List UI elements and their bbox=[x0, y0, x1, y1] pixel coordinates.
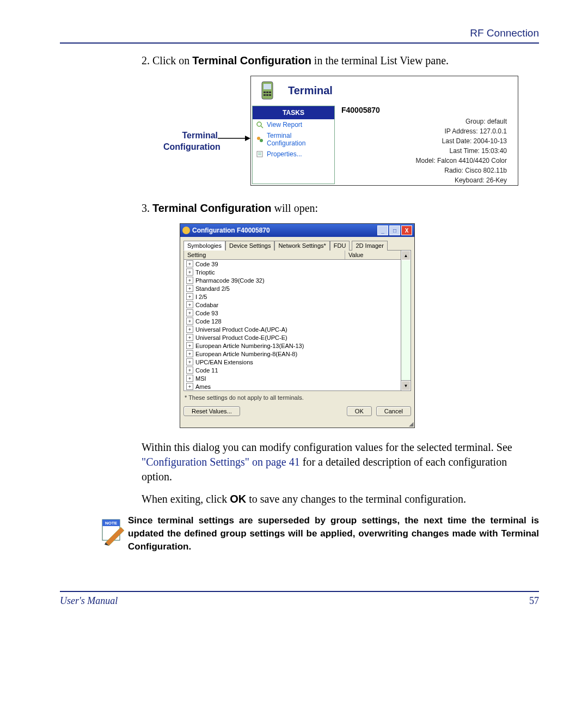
para1-pre: Within this dialog you can modify config… bbox=[142, 441, 512, 453]
expand-icon[interactable]: + bbox=[186, 367, 193, 374]
scroll-down-button[interactable]: ▼ bbox=[401, 381, 411, 390]
expand-icon[interactable]: + bbox=[186, 350, 193, 357]
terminal-device-icon bbox=[258, 81, 277, 100]
header-rule bbox=[60, 42, 539, 44]
info-time: Last Time: 15:03:40 bbox=[341, 146, 507, 156]
vertical-scrollbar[interactable]: ▲ ▼ bbox=[401, 251, 411, 390]
para2-pre: When exiting, click bbox=[142, 493, 230, 505]
expand-icon[interactable]: + bbox=[186, 285, 193, 292]
tree-label: Ames bbox=[195, 383, 211, 390]
expand-icon[interactable]: + bbox=[186, 293, 193, 300]
expand-icon[interactable]: + bbox=[186, 326, 193, 333]
expand-icon[interactable]: + bbox=[186, 309, 193, 316]
tab-network-settings[interactable]: Network Settings* bbox=[274, 241, 329, 251]
dialog-footnote: * These settings do not apply to all ter… bbox=[183, 391, 411, 405]
link-config-settings[interactable]: "Configuration Settings" on page 41 bbox=[142, 456, 300, 468]
expand-icon[interactable]: + bbox=[186, 301, 193, 308]
expand-icon[interactable]: + bbox=[186, 375, 193, 382]
tree-row[interactable]: +Code 11 bbox=[184, 366, 401, 374]
expand-icon[interactable]: + bbox=[186, 318, 193, 325]
svg-rect-6 bbox=[269, 91, 271, 93]
svg-rect-8 bbox=[266, 94, 268, 96]
tree-row[interactable]: +Code 128 bbox=[184, 317, 401, 325]
svg-rect-14 bbox=[257, 151, 262, 157]
info-keyboard: Keyboard: 26-Key bbox=[341, 175, 507, 185]
svg-rect-9 bbox=[269, 94, 271, 96]
settings-tree: Setting Value +Code 39+Trioptic+Pharmaco… bbox=[183, 251, 411, 391]
scroll-up-button[interactable]: ▲ bbox=[401, 251, 411, 260]
close-button[interactable]: X bbox=[401, 225, 412, 235]
page-footer: User's Manual 57 bbox=[60, 591, 539, 607]
tree-row[interactable]: +Trioptic bbox=[184, 268, 401, 276]
task-terminal-configuration[interactable]: Terminal Configuration bbox=[253, 130, 334, 149]
tree-row[interactable]: +I 2/5 bbox=[184, 292, 401, 301]
svg-marker-1 bbox=[245, 136, 250, 141]
tree-label: Standard 2/5 bbox=[195, 285, 230, 292]
tree-label: Trioptic bbox=[195, 269, 215, 276]
task-label: View Report bbox=[267, 121, 302, 129]
dialog-tabs: Symbologies Device Settings Network Sett… bbox=[183, 240, 411, 251]
tree-label: UPC/EAN Extensions bbox=[195, 359, 253, 365]
svg-rect-7 bbox=[264, 94, 266, 96]
tree-row[interactable]: +Codabar bbox=[184, 301, 401, 309]
step-2: 2. Click on Terminal Configuration in th… bbox=[142, 53, 539, 68]
dialog-title-text: Configuration F40005870 bbox=[192, 227, 270, 234]
note-block: NOTE Since terminal settings are superse… bbox=[98, 514, 539, 553]
ok-button[interactable]: OK bbox=[347, 406, 372, 416]
callout-label: Terminal Configuration bbox=[163, 76, 218, 186]
tree-row[interactable]: +Universal Product Code-E(UPC-E) bbox=[184, 333, 401, 341]
terminal-header: Terminal bbox=[251, 76, 518, 105]
tree-row[interactable]: +European Article Numbering-8(EAN-8) bbox=[184, 350, 401, 358]
tree-row[interactable]: +Pharmacode 39(Code 32) bbox=[184, 276, 401, 284]
note-text: Since terminal settings are superseded b… bbox=[128, 514, 539, 553]
tree-row[interactable]: +Ames bbox=[184, 382, 401, 390]
tree-row[interactable]: +Code 93 bbox=[184, 309, 401, 317]
report-icon bbox=[256, 121, 264, 129]
task-view-report[interactable]: View Report bbox=[253, 119, 334, 130]
cancel-button[interactable]: Cancel bbox=[376, 406, 411, 416]
tab-device-settings[interactable]: Device Settings bbox=[225, 241, 274, 251]
info-date: Last Date: 2004-10-13 bbox=[341, 136, 507, 146]
expand-icon[interactable]: + bbox=[186, 358, 193, 365]
svg-line-11 bbox=[261, 126, 263, 128]
tab-fdu[interactable]: FDU bbox=[330, 241, 350, 251]
tree-row[interactable]: +Standard 2/5 bbox=[184, 284, 401, 292]
minimize-button[interactable]: _ bbox=[377, 225, 388, 235]
callout-arrow bbox=[218, 76, 250, 186]
info-group: Group: default bbox=[341, 117, 507, 126]
reset-values-button[interactable]: Reset Values... bbox=[183, 406, 240, 416]
column-value[interactable]: Value bbox=[345, 251, 401, 259]
terminal-id: F40005870 bbox=[341, 105, 512, 117]
expand-icon[interactable]: + bbox=[186, 277, 193, 284]
tree-label: Code 11 bbox=[195, 367, 218, 374]
tree-row[interactable]: +Universal Product Code-A(UPC-A) bbox=[184, 325, 401, 333]
tree-label: MSI bbox=[195, 375, 206, 382]
header-title: RF Connection bbox=[60, 27, 539, 39]
maximize-button[interactable]: □ bbox=[389, 225, 400, 235]
expand-icon[interactable]: + bbox=[186, 342, 193, 349]
tab-symbologies[interactable]: Symbologies bbox=[183, 241, 225, 251]
figure-tasks-pane: Terminal Configuration Terminal TASKS Vi… bbox=[163, 76, 539, 186]
tree-label: Code 39 bbox=[195, 261, 218, 267]
tree-label: European Article Numbering-13(EAN-13) bbox=[195, 343, 304, 349]
tree-row[interactable]: +UPC/EAN Extensions bbox=[184, 358, 401, 366]
terminal-pane: Terminal TASKS View Report Terminal Conf… bbox=[250, 76, 518, 186]
expand-icon[interactable]: + bbox=[186, 260, 193, 267]
svg-rect-5 bbox=[266, 91, 268, 93]
column-setting[interactable]: Setting bbox=[184, 251, 345, 259]
expand-icon[interactable]: + bbox=[186, 383, 193, 390]
svg-point-13 bbox=[260, 139, 263, 142]
expand-icon[interactable]: + bbox=[186, 268, 193, 276]
task-properties[interactable]: Properties... bbox=[253, 149, 334, 160]
tree-row[interactable]: +MSI bbox=[184, 374, 401, 382]
expand-icon[interactable]: + bbox=[186, 334, 193, 341]
svg-point-12 bbox=[257, 137, 260, 140]
tab-2d-imager[interactable]: 2D Imager bbox=[352, 241, 387, 251]
tree-row[interactable]: +European Article Numbering-13(EAN-13) bbox=[184, 341, 401, 350]
task-label: Terminal Configuration bbox=[267, 132, 331, 147]
svg-point-10 bbox=[257, 122, 261, 126]
tree-row[interactable]: +Code 39 bbox=[184, 260, 401, 268]
tree-label: Pharmacode 39(Code 32) bbox=[195, 277, 265, 284]
resize-grip[interactable]: ◢ bbox=[180, 420, 414, 428]
dialog-titlebar[interactable]: Configuration F40005870 _ □ X bbox=[180, 224, 414, 237]
